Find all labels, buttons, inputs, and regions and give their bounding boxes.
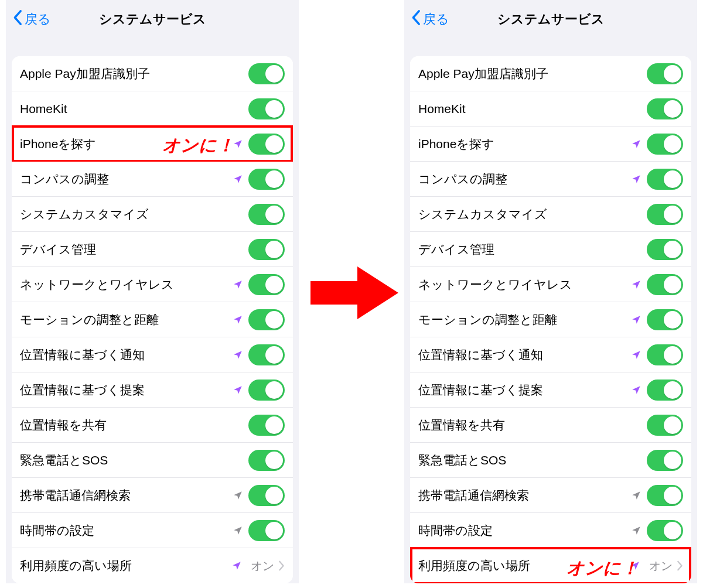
row-label: ネットワークとワイヤレス: [20, 276, 232, 293]
settings-toggle-row: ネットワークとワイヤレス: [410, 267, 691, 302]
row-label: 利用頻度の高い場所: [20, 558, 231, 574]
row-label: 位置情報に基づく提案: [20, 382, 232, 398]
location-arrow-icon: [630, 349, 642, 361]
settings-toggle-row: 携帯電話通信網検索: [12, 478, 293, 513]
phone-screen-left: 戻る システムサービス Apple Pay加盟店識別子HomeKitiPhone…: [6, 0, 299, 583]
navbar: 戻る システムサービス: [6, 0, 299, 39]
row-label: 携帯電話通信網検索: [418, 487, 630, 504]
row-label: HomeKit: [20, 102, 248, 116]
toggle-switch[interactable]: [248, 485, 285, 506]
location-arrow-icon: [630, 279, 642, 290]
toggle-switch[interactable]: [248, 169, 285, 190]
location-arrow-icon: [232, 525, 244, 536]
row-label: Apple Pay加盟店識別子: [418, 66, 647, 82]
toggle-switch[interactable]: [647, 415, 683, 436]
toggle-switch[interactable]: [647, 344, 683, 365]
settings-toggle-row: 位置情報に基づく提案: [12, 372, 293, 408]
toggle-switch[interactable]: [647, 204, 683, 225]
row-label: 位置情報に基づく通知: [20, 347, 232, 363]
settings-toggle-row: Apple Pay加盟店識別子: [410, 56, 691, 91]
svg-marker-0: [310, 266, 398, 319]
settings-toggle-row: モーションの調整と距離: [410, 302, 691, 337]
settings-toggle-row: 位置情報に基づく提案: [410, 372, 691, 408]
settings-toggle-row: HomeKit: [410, 91, 691, 127]
location-arrow-icon: [630, 490, 642, 501]
toggle-switch[interactable]: [248, 380, 285, 401]
navbar: 戻る システムサービス: [404, 0, 697, 39]
chevron-left-icon: [411, 9, 422, 29]
settings-toggle-row: システムカスタマイズ: [12, 197, 293, 232]
chevron-left-icon: [13, 9, 23, 29]
settings-toggle-row: iPhoneを探すオンに！: [12, 127, 293, 162]
location-arrow-icon: [630, 314, 642, 326]
toggle-switch[interactable]: [248, 98, 285, 119]
row-label: システムカスタマイズ: [20, 206, 248, 223]
toggle-switch[interactable]: [647, 309, 683, 330]
location-arrow-icon: [630, 525, 642, 536]
settings-toggle-row: コンパスの調整: [410, 162, 691, 197]
settings-link-row[interactable]: 利用頻度の高い場所オン: [12, 548, 293, 583]
row-label: モーションの調整と距離: [418, 312, 630, 328]
row-value: オン: [649, 558, 673, 574]
row-label: モーションの調整と距離: [20, 312, 232, 328]
row-label: 緊急電話とSOS: [418, 452, 647, 469]
row-label: 緊急電話とSOS: [20, 452, 248, 469]
location-arrow-icon: [232, 314, 244, 326]
settings-toggle-row: 緊急電話とSOS: [12, 443, 293, 478]
toggle-switch[interactable]: [248, 134, 285, 155]
settings-toggle-row: 緊急電話とSOS: [410, 443, 691, 478]
toggle-switch[interactable]: [248, 309, 285, 330]
settings-group-left: Apple Pay加盟店識別子HomeKitiPhoneを探すオンに！コンパスの…: [12, 56, 293, 583]
page-title: システムサービス: [99, 11, 206, 28]
back-label: 戻る: [25, 11, 51, 28]
settings-toggle-row: HomeKit: [12, 91, 293, 127]
row-label: 利用頻度の高い場所: [418, 558, 629, 574]
back-button[interactable]: 戻る: [411, 9, 449, 29]
row-label: HomeKit: [418, 102, 647, 116]
row-label: Apple Pay加盟店識別子: [20, 66, 248, 82]
toggle-switch[interactable]: [647, 450, 683, 471]
settings-toggle-row: デバイス管理: [12, 232, 293, 267]
back-label: 戻る: [423, 11, 449, 28]
toggle-switch[interactable]: [248, 450, 285, 471]
location-arrow-icon: [629, 560, 641, 572]
toggle-switch[interactable]: [647, 169, 683, 190]
toggle-switch[interactable]: [647, 63, 683, 84]
settings-toggle-row: 時間帯の設定: [12, 513, 293, 548]
toggle-switch[interactable]: [248, 63, 285, 84]
toggle-switch[interactable]: [248, 204, 285, 225]
settings-toggle-row: システムカスタマイズ: [410, 197, 691, 232]
settings-toggle-row: ネットワークとワイヤレス: [12, 267, 293, 302]
settings-toggle-row: 位置情報に基づく通知: [410, 337, 691, 372]
toggle-switch[interactable]: [647, 380, 683, 401]
toggle-switch[interactable]: [647, 98, 683, 119]
toggle-switch[interactable]: [248, 415, 285, 436]
settings-link-row[interactable]: 利用頻度の高い場所オンオンに！: [410, 548, 691, 583]
toggle-switch[interactable]: [647, 134, 683, 155]
location-arrow-icon: [231, 560, 243, 572]
toggle-switch[interactable]: [248, 344, 285, 365]
settings-toggle-row: iPhoneを探す: [410, 127, 691, 162]
row-label: 時間帯の設定: [20, 522, 232, 539]
row-value: オン: [251, 558, 274, 574]
toggle-switch[interactable]: [647, 485, 683, 506]
toggle-switch[interactable]: [647, 520, 683, 541]
row-label: 携帯電話通信網検索: [20, 487, 232, 504]
settings-group-right: Apple Pay加盟店識別子HomeKitiPhoneを探すコンパスの調整シス…: [410, 56, 691, 583]
row-label: 位置情報に基づく通知: [418, 347, 630, 363]
row-label: 時間帯の設定: [418, 522, 630, 539]
toggle-switch[interactable]: [647, 239, 683, 260]
toggle-switch[interactable]: [248, 239, 285, 260]
settings-toggle-row: コンパスの調整: [12, 162, 293, 197]
toggle-switch[interactable]: [248, 274, 285, 295]
location-arrow-icon: [232, 349, 244, 361]
row-label: ネットワークとワイヤレス: [418, 276, 630, 293]
toggle-switch[interactable]: [647, 274, 683, 295]
toggle-switch[interactable]: [248, 520, 285, 541]
transition-arrow-icon: [310, 264, 398, 322]
back-button[interactable]: 戻る: [13, 9, 51, 29]
chevron-right-icon: [278, 560, 285, 571]
location-arrow-icon: [232, 279, 244, 290]
row-label: 位置情報に基づく提案: [418, 382, 630, 398]
row-label: デバイス管理: [418, 241, 647, 258]
